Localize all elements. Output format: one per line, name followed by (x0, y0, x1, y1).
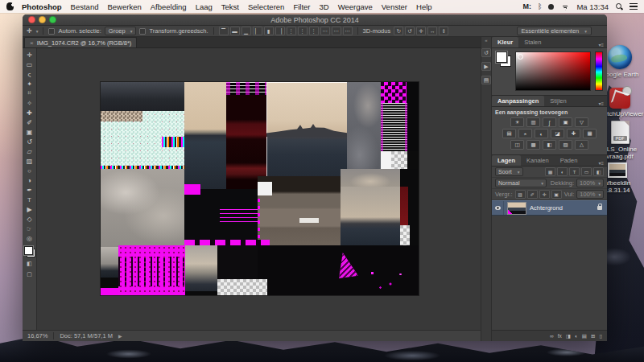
3d-slide-icon[interactable]: ↔ (427, 27, 437, 35)
screen-mode-button[interactable]: ▢ (25, 270, 34, 278)
lock-image-pixels-icon[interactable]: ✐ (527, 190, 538, 199)
bluetooth-icon[interactable]: ᛒ (538, 2, 542, 10)
adjustment-photo-filter[interactable]: ◪ (551, 129, 564, 138)
panel-menu-icon[interactable]: ▾≡ (598, 160, 604, 166)
3d-rotate-icon[interactable]: ↻ (394, 27, 403, 35)
adjustment-vibrance[interactable]: ▽ (575, 117, 588, 127)
menulet-dot-icon[interactable] (548, 4, 554, 10)
move-tool[interactable]: ✛ (24, 50, 35, 60)
minimize-window-button[interactable] (39, 16, 46, 23)
adjustment-channel-mixer[interactable]: ✚ (567, 129, 580, 138)
gradient-tool[interactable]: ▨ (24, 156, 35, 166)
tab-kanalen[interactable]: Kanalen (521, 155, 555, 166)
expand-panels-icon[interactable]: « (485, 38, 487, 43)
lock-all-icon[interactable]: ▣ (551, 190, 562, 199)
type-tool[interactable]: T (24, 195, 35, 204)
menu-3d[interactable]: 3D (320, 2, 329, 11)
distribute-right-icon[interactable]: ⋯ (343, 27, 353, 35)
link-layers-icon[interactable]: ∞ (550, 333, 554, 339)
adjustment-invert[interactable]: ◫ (510, 140, 524, 150)
distribute-left-icon[interactable]: ⋯ (320, 27, 330, 35)
quick-selection-tool[interactable]: ✦ (24, 79, 35, 88)
new-group-icon[interactable]: ▤ (582, 333, 587, 339)
add-layer-mask-icon[interactable]: ◨ (566, 333, 571, 339)
document-tab[interactable]: × IMG_1074.CR2 @ 16,7% (RGB/8*) (24, 37, 137, 47)
adjustment-curves[interactable]: ʃ (543, 117, 556, 127)
adjustment-levels[interactable]: ▥ (526, 117, 540, 127)
adjustment-gradient-map[interactable]: ▨ (559, 140, 572, 150)
lock-position-icon[interactable]: ✛ (539, 190, 550, 199)
tab-stalen[interactable]: Stalen (518, 37, 547, 47)
saturation-field[interactable] (515, 51, 591, 91)
foreground-color-swatch[interactable] (24, 246, 33, 255)
actions-panel-icon[interactable]: ▶ (481, 62, 491, 71)
distribute-top-icon[interactable]: ⋮ (287, 27, 296, 35)
hand-tool[interactable]: ☞ (24, 224, 35, 233)
menu-bewerken[interactable]: Bewerken (107, 2, 141, 11)
opacity-value[interactable]: 100% ▾ (576, 179, 604, 187)
eyedropper-tool[interactable]: ✧ (24, 98, 35, 108)
healing-brush-tool[interactable]: ✚ (24, 108, 35, 117)
adjustment-threshold[interactable]: ◧ (543, 140, 556, 150)
adjustment-color-balance[interactable]: ◓ (518, 129, 532, 138)
input-source-menulet[interactable]: M: (522, 2, 531, 10)
filter-adjustment-layers-icon[interactable]: ◐ (557, 167, 568, 176)
tab-close-icon[interactable]: × (30, 39, 34, 47)
history-brush-tool[interactable]: ↺ (24, 137, 35, 146)
distribute-bottom-icon[interactable]: ⋮ (309, 27, 319, 35)
tab-lagen[interactable]: Lagen (492, 155, 521, 166)
notification-center-icon[interactable] (630, 3, 638, 10)
filter-shape-layers-icon[interactable]: ▭ (581, 167, 592, 176)
shape-tool[interactable]: ◇ (24, 214, 35, 224)
blur-tool[interactable]: ○ (24, 166, 35, 175)
quick-mask-button[interactable]: ◧ (25, 260, 34, 268)
wifi-icon[interactable] (560, 3, 570, 10)
menu-laag[interactable]: Laag (196, 2, 213, 11)
distribute-vcenter-icon[interactable]: ⋮ (298, 27, 308, 35)
properties-panel-icon[interactable]: ▤ (481, 76, 491, 84)
adjustment-color-lookup[interactable]: ▦ (583, 129, 597, 138)
adjustment-brightness-contrast[interactable]: ☀ (510, 117, 524, 127)
adjustment-posterize[interactable]: ▩ (526, 140, 540, 150)
dodge-tool[interactable]: ◑ (24, 175, 35, 185)
spotlight-icon[interactable] (615, 2, 623, 10)
distribute-hcenter-icon[interactable]: ⋯ (332, 27, 341, 35)
align-bottom-edges-icon[interactable]: ▁ (242, 27, 251, 35)
hue-slider[interactable] (595, 51, 603, 91)
status-options-arrow-icon[interactable]: ▶ (118, 333, 122, 339)
menu-tekst[interactable]: Tekst (221, 2, 239, 11)
clone-stamp-tool[interactable]: ▣ (24, 127, 35, 137)
filter-smart-objects-icon[interactable]: ◧ (593, 167, 604, 176)
marquee-tool[interactable]: ▭ (24, 60, 35, 69)
auto-select-dropdown[interactable]: Groep ▾ (105, 27, 137, 35)
menu-afbeelding[interactable]: Afbeelding (151, 2, 187, 11)
menu-weergave[interactable]: Weergave (338, 2, 373, 11)
lock-transparent-pixels-icon[interactable]: ▨ (515, 190, 526, 199)
tool-preset-caret-icon[interactable]: ▾ (36, 29, 39, 34)
align-left-edges-icon[interactable]: ▏ (253, 27, 262, 35)
align-horizontal-centers-icon[interactable]: ▮ (264, 27, 274, 35)
pen-tool[interactable]: ✒ (24, 185, 35, 195)
tab-kleur[interactable]: Kleur (492, 37, 518, 47)
filter-type-layers-icon[interactable]: T (569, 167, 580, 176)
menu-filter[interactable]: Filter (293, 2, 310, 11)
layer-visibility-cell[interactable] (492, 201, 504, 215)
new-layer-icon[interactable]: ⊞ (591, 333, 595, 339)
brush-tool[interactable]: ✐ (24, 117, 35, 127)
menu-bestand[interactable]: Bestand (71, 2, 99, 11)
menu-help[interactable]: Help (416, 2, 432, 11)
workspace-switcher[interactable]: Essentiële elementen ▾ (517, 27, 592, 35)
layer-effects-icon[interactable]: fx (558, 333, 562, 339)
close-window-button[interactable] (28, 16, 35, 23)
align-right-edges-icon[interactable]: ▕ (275, 27, 285, 35)
apple-menu-icon[interactable] (6, 2, 14, 10)
3d-roll-icon[interactable]: ↺ (405, 27, 415, 35)
menu-photoshop[interactable]: Photoshop (22, 2, 62, 11)
align-vertical-centers-icon[interactable]: ▬ (230, 27, 240, 35)
history-panel-icon[interactable]: ↺ (481, 48, 491, 57)
auto-select-checkbox[interactable] (48, 28, 55, 35)
filter-pixel-layers-icon[interactable]: ▦ (545, 167, 555, 176)
crop-tool[interactable]: ⌗ (24, 88, 35, 98)
menu-venster[interactable]: Venster (382, 2, 407, 11)
layer-row-achtergrond[interactable]: Achtergrond (492, 200, 607, 216)
